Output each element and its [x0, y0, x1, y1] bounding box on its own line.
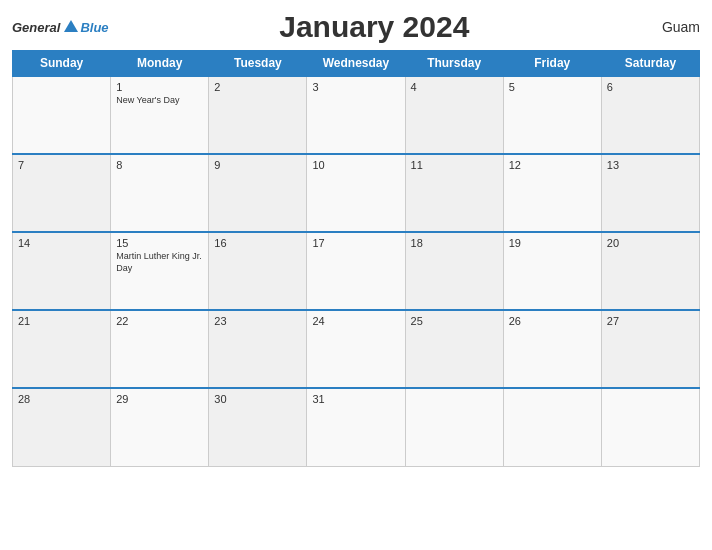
calendar-day-cell: [503, 388, 601, 466]
day-number: 19: [509, 237, 596, 249]
calendar-day-cell: 7: [13, 154, 111, 232]
day-number: 17: [312, 237, 399, 249]
day-number: 15: [116, 237, 203, 249]
day-number: 2: [214, 81, 301, 93]
day-number: 9: [214, 159, 301, 171]
col-thursday: Thursday: [405, 51, 503, 77]
day-number: 14: [18, 237, 105, 249]
logo-triangle-icon: [64, 20, 78, 32]
day-number: 26: [509, 315, 596, 327]
day-number: 30: [214, 393, 301, 405]
calendar-day-cell: 10: [307, 154, 405, 232]
calendar-container: General Blue January 2024 Guam Sunday Mo…: [0, 0, 712, 550]
col-wednesday: Wednesday: [307, 51, 405, 77]
day-number: 25: [411, 315, 498, 327]
calendar-day-cell: 14: [13, 232, 111, 310]
calendar-event: Martin Luther King Jr. Day: [116, 251, 203, 274]
calendar-day-cell: 12: [503, 154, 601, 232]
calendar-day-cell: 8: [111, 154, 209, 232]
day-number: 12: [509, 159, 596, 171]
calendar-day-cell: [601, 388, 699, 466]
logo-blue-text: Blue: [80, 20, 108, 35]
calendar-day-cell: 26: [503, 310, 601, 388]
calendar-week-row: 28293031: [13, 388, 700, 466]
col-saturday: Saturday: [601, 51, 699, 77]
day-number: 10: [312, 159, 399, 171]
calendar-grid: Sunday Monday Tuesday Wednesday Thursday…: [12, 50, 700, 467]
calendar-day-cell: [405, 388, 503, 466]
calendar-day-cell: 6: [601, 76, 699, 154]
calendar-day-cell: 29: [111, 388, 209, 466]
calendar-day-cell: 19: [503, 232, 601, 310]
calendar-day-cell: 17: [307, 232, 405, 310]
day-number: 4: [411, 81, 498, 93]
logo: General Blue: [12, 20, 109, 35]
calendar-header: General Blue January 2024 Guam: [12, 10, 700, 44]
calendar-week-row: 78910111213: [13, 154, 700, 232]
col-tuesday: Tuesday: [209, 51, 307, 77]
day-number: 13: [607, 159, 694, 171]
calendar-day-cell: 5: [503, 76, 601, 154]
day-number: 29: [116, 393, 203, 405]
col-friday: Friday: [503, 51, 601, 77]
day-number: 21: [18, 315, 105, 327]
col-monday: Monday: [111, 51, 209, 77]
calendar-week-row: 1415Martin Luther King Jr. Day1617181920: [13, 232, 700, 310]
calendar-day-cell: 31: [307, 388, 405, 466]
day-number: 6: [607, 81, 694, 93]
day-number: 20: [607, 237, 694, 249]
day-number: 27: [607, 315, 694, 327]
calendar-day-cell: 30: [209, 388, 307, 466]
day-number: 16: [214, 237, 301, 249]
day-number: 28: [18, 393, 105, 405]
day-number: 23: [214, 315, 301, 327]
region-label: Guam: [640, 19, 700, 35]
calendar-day-cell: 9: [209, 154, 307, 232]
calendar-day-cell: 2: [209, 76, 307, 154]
calendar-day-cell: 27: [601, 310, 699, 388]
calendar-day-cell: 3: [307, 76, 405, 154]
calendar-title: January 2024: [109, 10, 640, 44]
calendar-day-cell: 28: [13, 388, 111, 466]
day-number: 5: [509, 81, 596, 93]
day-number: 31: [312, 393, 399, 405]
calendar-day-cell: [13, 76, 111, 154]
calendar-day-cell: 1New Year's Day: [111, 76, 209, 154]
calendar-header-row: Sunday Monday Tuesday Wednesday Thursday…: [13, 51, 700, 77]
calendar-day-cell: 21: [13, 310, 111, 388]
col-sunday: Sunday: [13, 51, 111, 77]
day-number: 1: [116, 81, 203, 93]
calendar-day-cell: 16: [209, 232, 307, 310]
day-number: 3: [312, 81, 399, 93]
calendar-week-row: 21222324252627: [13, 310, 700, 388]
calendar-day-cell: 11: [405, 154, 503, 232]
day-number: 7: [18, 159, 105, 171]
calendar-week-row: 1New Year's Day23456: [13, 76, 700, 154]
calendar-day-cell: 4: [405, 76, 503, 154]
calendar-day-cell: 15Martin Luther King Jr. Day: [111, 232, 209, 310]
calendar-day-cell: 22: [111, 310, 209, 388]
day-number: 11: [411, 159, 498, 171]
calendar-day-cell: 24: [307, 310, 405, 388]
day-number: 8: [116, 159, 203, 171]
calendar-day-cell: 25: [405, 310, 503, 388]
calendar-day-cell: 20: [601, 232, 699, 310]
logo-general-text: General: [12, 20, 60, 35]
day-number: 18: [411, 237, 498, 249]
calendar-day-cell: 23: [209, 310, 307, 388]
calendar-day-cell: 18: [405, 232, 503, 310]
calendar-event: New Year's Day: [116, 95, 203, 107]
calendar-day-cell: 13: [601, 154, 699, 232]
day-number: 22: [116, 315, 203, 327]
day-number: 24: [312, 315, 399, 327]
